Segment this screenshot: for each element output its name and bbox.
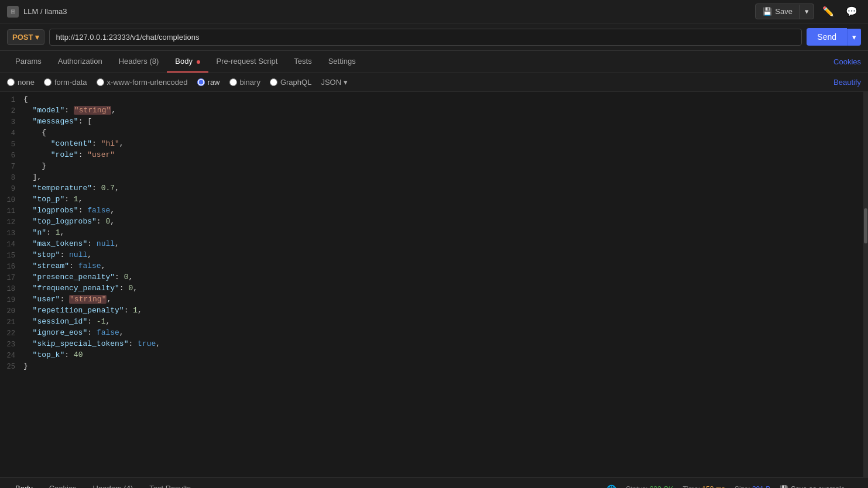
line-content: "role": "user" [21,150,868,160]
radio-binary[interactable] [229,78,237,86]
line-content: "temperature": 0.7, [21,183,868,194]
line-number: 22 [0,328,21,339]
request-code-editor[interactable]: 1 { 2 "model": "string", 3 "messages": [… [0,92,868,374]
method-dropdown[interactable]: POST ▾ [7,29,44,45]
option-binary[interactable]: binary [229,78,260,87]
radio-none[interactable] [7,78,15,86]
request-line-23: 23 "skip_special_tokens": true, [0,339,868,350]
response-tab-body[interactable]: Body [7,478,41,488]
url-input[interactable] [49,29,802,46]
line-content: "max_tokens": null, [21,239,868,249]
request-line-15: 15 "stop": null, [0,250,868,261]
tab-pre-request[interactable]: Pre-request Script [208,51,286,73]
comment-icon-button[interactable]: 💬 [842,4,861,19]
line-number: 16 [0,261,21,272]
line-number: 6 [0,150,21,161]
method-arrow: ▾ [35,33,39,42]
send-button[interactable]: Send [807,28,847,46]
request-line-22: 22 "ignore_eos": false, [0,328,868,339]
line-content: "frequency_penalty": 0, [21,283,868,294]
request-line-8: 8 ], [0,172,868,183]
line-content: } [21,361,868,372]
body-dot [197,60,200,64]
tab-settings[interactable]: Settings [320,51,364,73]
cookies-link[interactable]: Cookies [833,57,861,66]
request-line-25: 25 } [0,361,868,372]
url-bar: POST ▾ Send ▾ [0,23,868,51]
line-content: "stop": null, [21,250,868,260]
line-content: "content": "hi", [21,139,868,149]
option-graphql[interactable]: GraphQL [270,78,311,87]
send-dropdown-button[interactable]: ▾ [847,29,861,46]
request-line-20: 20 "repetition_penalty": 1, [0,305,868,317]
request-line-3: 3 "messages": [ [0,116,868,128]
line-number: 9 [0,183,21,194]
line-content: { [21,128,868,138]
line-number: 11 [0,205,21,216]
scrollbar-thumb [864,208,867,243]
option-raw[interactable]: raw [197,78,220,87]
request-tabs-bar: Params Authorization Headers (8) Body Pr… [0,51,868,73]
json-dropdown-arrow: ▾ [344,78,348,87]
top-bar-left: ⊞ LLM / llama3 [7,6,67,18]
response-tab-cookies[interactable]: Cookies [41,478,85,488]
request-line-14: 14 "max_tokens": null, [0,239,868,250]
response-tab-test-results[interactable]: Test Results [141,478,199,488]
response-tab-headers[interactable]: Headers (4) [85,478,142,488]
save-button[interactable]: 💾 Save [756,4,800,19]
line-number: 15 [0,250,21,261]
tab-params[interactable]: Params [7,51,50,73]
save-dropdown-arrow[interactable]: ▾ [800,4,814,19]
top-bar: ⊞ LLM / llama3 💾 Save ▾ ✏️ 💬 [0,0,868,23]
option-none[interactable]: none [7,78,35,87]
line-content: "repetition_penalty": 1, [21,305,868,316]
line-content: "top_p": 1, [21,194,868,205]
line-content: "user": "string", [21,294,868,305]
line-content: "n": 1, [21,228,868,238]
line-content: "stream": false, [21,261,868,272]
request-line-2: 2 "model": "string", [0,105,868,116]
line-content: "top_logprobs": 0, [21,216,868,227]
json-format-dropdown[interactable]: JSON ▾ [321,78,348,87]
line-number: 8 [0,172,21,183]
body-options-bar: none form-data x-www-form-urlencoded raw… [0,73,868,92]
request-line-17: 17 "presence_penalty": 0, [0,272,868,283]
beautify-link[interactable]: Beautify [833,78,861,87]
app-logo: ⊞ [7,6,19,18]
radio-urlencoded[interactable] [97,78,104,86]
option-form-data[interactable]: form-data [44,78,87,87]
radio-form-data[interactable] [44,78,52,86]
tab-tests[interactable]: Tests [286,51,320,73]
response-tabs-bar: Body Cookies Headers (4) Test Results 🌐 … [0,478,868,488]
save-label: Save [775,7,792,16]
line-number: 7 [0,161,21,172]
request-line-21: 21 "session_id": -1, [0,317,868,328]
tab-authorization[interactable]: Authorization [50,51,111,73]
line-number: 10 [0,194,21,205]
line-number: 1 [0,94,21,105]
request-line-13: 13 "n": 1, [0,228,868,239]
radio-graphql[interactable] [270,78,277,86]
save-icon: 💾 [763,7,772,16]
edit-icon-button[interactable]: ✏️ [819,4,838,19]
request-line-6: 6 "role": "user" [0,150,868,161]
line-content: ], [21,172,868,183]
request-line-19: 19 "user": "string", [0,294,868,305]
line-number: 18 [0,283,21,294]
request-line-18: 18 "frequency_penalty": 0, [0,283,868,294]
tab-headers[interactable]: Headers (8) [111,51,167,73]
more-options-button[interactable]: ··· [854,484,861,489]
breadcrumb-prefix: LLM / [23,7,44,16]
time-label: Time: 150 ms [683,485,725,489]
editor-scrollbar[interactable] [863,92,868,477]
save-example-link[interactable]: 💾 Save as example [780,485,845,489]
option-urlencoded[interactable]: x-www-form-urlencoded [97,78,188,87]
response-section: Body Cookies Headers (4) Test Results 🌐 … [0,477,868,488]
line-number: 21 [0,317,21,328]
request-line-12: 12 "top_logprobs": 0, [0,216,868,228]
request-editor[interactable]: 1 { 2 "model": "string", 3 "messages": [… [0,92,868,477]
radio-raw[interactable] [197,78,205,86]
tab-body[interactable]: Body [167,51,208,73]
breadcrumb-current: llama3 [44,7,67,16]
top-bar-right: 💾 Save ▾ ✏️ 💬 [755,4,861,19]
